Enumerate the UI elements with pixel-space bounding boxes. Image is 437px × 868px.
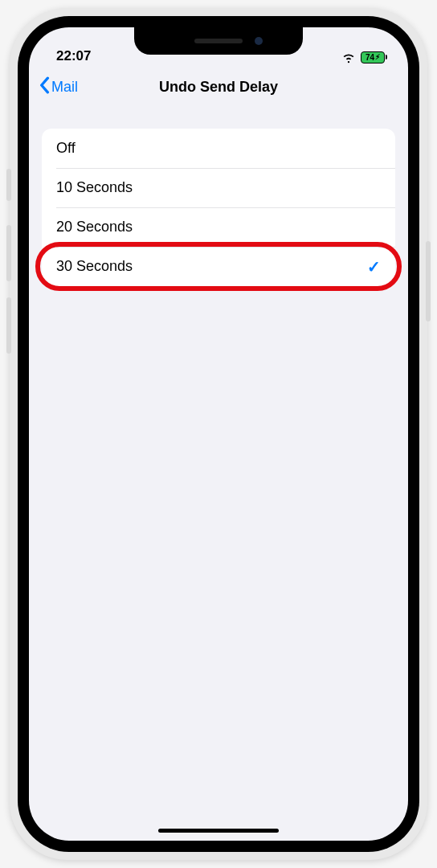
chevron-left-icon — [39, 76, 50, 98]
content-area: Off10 Seconds20 Seconds30 Seconds✓ — [29, 106, 408, 841]
option-label: 20 Seconds — [56, 219, 133, 235]
status-time: 22:07 — [56, 48, 91, 64]
page-title: Undo Send Delay — [29, 79, 408, 96]
option-label: Off — [56, 140, 76, 157]
volume-up-button — [6, 225, 11, 281]
power-button — [426, 241, 431, 321]
front-camera — [255, 37, 263, 45]
options-list: Off10 Seconds20 Seconds30 Seconds✓ — [42, 129, 395, 286]
back-label: Mail — [51, 79, 78, 96]
option-label: 30 Seconds — [56, 258, 133, 275]
nav-bar: Mail Undo Send Delay — [29, 68, 408, 106]
charging-bolt-icon: ⚡︎ — [375, 53, 380, 61]
option-row[interactable]: 20 Seconds — [42, 207, 395, 247]
screen: 22:07 74⚡︎ — [29, 27, 408, 841]
device-shell: 22:07 74⚡︎ — [10, 8, 427, 860]
notch — [134, 27, 303, 55]
back-button[interactable]: Mail — [39, 76, 78, 98]
home-indicator[interactable] — [158, 829, 279, 833]
speaker-grille — [194, 39, 243, 43]
status-right: 74⚡︎ — [341, 50, 387, 64]
device-frame-outer: 22:07 74⚡︎ — [0, 0, 437, 868]
volume-down-button — [6, 297, 11, 354]
device-bezel: 22:07 74⚡︎ — [18, 16, 419, 852]
option-row[interactable]: Off — [42, 129, 395, 168]
wifi-icon — [341, 50, 356, 64]
battery-percent: 74 — [366, 53, 374, 62]
option-row[interactable]: 10 Seconds — [42, 168, 395, 207]
option-label: 10 Seconds — [56, 179, 133, 196]
checkmark-icon: ✓ — [367, 257, 381, 276]
option-row[interactable]: 30 Seconds✓ — [42, 247, 395, 286]
silence-switch — [6, 169, 11, 201]
battery-indicator: 74⚡︎ — [361, 51, 387, 63]
